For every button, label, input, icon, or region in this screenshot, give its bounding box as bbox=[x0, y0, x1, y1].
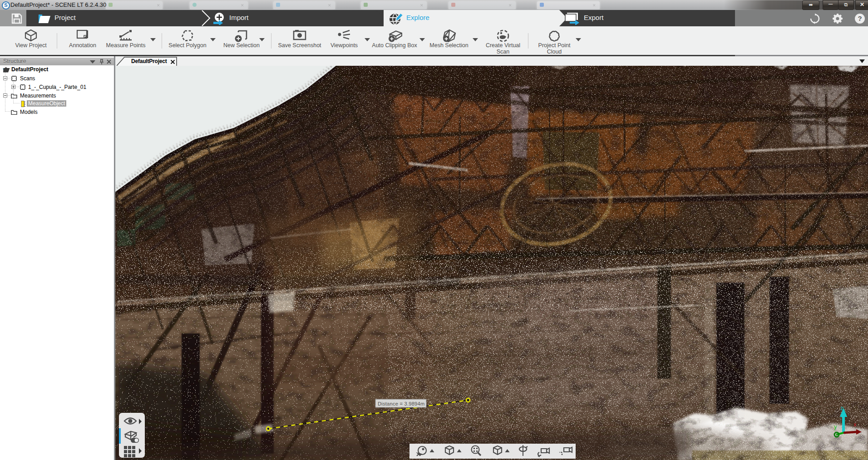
svg-text:z: z bbox=[840, 405, 843, 411]
svg-text:Distance = 3.9894m: Distance = 3.9894m bbox=[378, 401, 424, 406]
svg-text:?: ? bbox=[858, 15, 862, 22]
svg-text:x: x bbox=[853, 421, 857, 428]
svg-text:y: y bbox=[834, 423, 837, 430]
